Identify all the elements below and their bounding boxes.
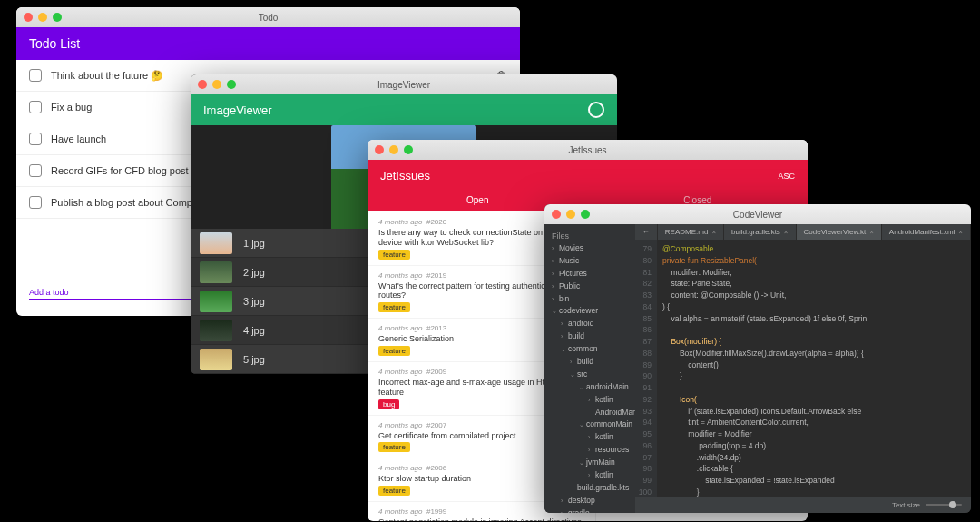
tree-item[interactable]: ›android — [544, 318, 635, 330]
tree-item[interactable]: ›desktop — [544, 495, 635, 507]
close-icon[interactable] — [552, 210, 561, 219]
chevron-icon: ⌄ — [570, 370, 577, 379]
chevron-icon: › — [588, 446, 595, 455]
chevron-icon: ⌄ — [561, 345, 568, 354]
tree-item[interactable]: ⌄src — [544, 369, 635, 381]
maximize-icon[interactable] — [53, 13, 62, 22]
filename: 3.jpg — [243, 296, 265, 307]
tree-item[interactable]: ›build — [544, 330, 635, 343]
checkbox-icon[interactable] — [29, 133, 42, 145]
chevron-icon: ⌄ — [579, 458, 586, 468]
editor-tab[interactable]: CodeViewerView.kt× — [797, 224, 882, 240]
chevron-icon: › — [552, 244, 559, 253]
minimize-icon[interactable] — [212, 80, 221, 89]
text-size-slider[interactable] — [926, 504, 962, 506]
minimize-icon[interactable] — [389, 145, 398, 154]
chevron-icon: › — [552, 270, 559, 279]
close-icon[interactable] — [375, 145, 384, 154]
tree-label: build.gradle.kts — [577, 483, 629, 492]
tree-label: gradle — [568, 508, 590, 513]
window-title: Todo — [16, 13, 520, 23]
tree-item[interactable]: ›Pictures — [544, 268, 635, 281]
tab-label: AndroidManifest.xml — [889, 228, 955, 236]
tree-label: Movies — [559, 243, 583, 252]
thumbnail-icon — [200, 261, 232, 283]
sort-button[interactable]: ASC — [778, 172, 795, 181]
chevron-icon: › — [552, 257, 559, 266]
maximize-icon[interactable] — [404, 145, 413, 154]
tree-item[interactable]: AndroidManifest.xml — [544, 407, 635, 419]
thumbnail-icon — [200, 349, 232, 370]
tree-item[interactable]: ⌄common — [544, 343, 635, 356]
tree-item[interactable]: ›Public — [544, 281, 635, 293]
tree-label: Public — [559, 281, 580, 291]
tree-label: kotlin — [595, 395, 613, 404]
feature-badge: feature — [378, 442, 410, 452]
tab-label: README.md — [665, 228, 709, 236]
close-tab-icon[interactable]: × — [958, 228, 963, 236]
tree-item[interactable]: ›kotlin — [544, 431, 635, 444]
filename: 5.jpg — [243, 354, 265, 365]
checkbox-icon[interactable] — [29, 69, 42, 82]
close-icon[interactable] — [198, 80, 207, 89]
tree-item[interactable]: ›Movies — [544, 242, 635, 255]
chevron-icon: › — [588, 471, 595, 480]
add-todo-placeholder: Add a todo — [29, 288, 69, 297]
filename: 2.jpg — [243, 267, 265, 278]
close-tab-icon[interactable]: × — [869, 228, 874, 236]
chevron-icon: › — [561, 332, 568, 341]
tree-label: bin — [559, 294, 569, 303]
imageviewer-titlebar[interactable]: ImageViewer — [191, 74, 617, 94]
tree-item[interactable]: ›kotlin — [544, 469, 635, 482]
thumbnail-icon — [200, 320, 232, 341]
status-bar: Text size — [635, 497, 971, 513]
tree-item[interactable]: ›resources — [544, 444, 635, 457]
tree-label: desktop — [568, 496, 595, 505]
todo-header: Todo List — [16, 27, 520, 60]
tree-item[interactable]: ›Music — [544, 255, 635, 268]
close-tab-icon[interactable]: × — [784, 228, 789, 236]
tree-item[interactable]: ›gradle — [544, 507, 635, 513]
todo-titlebar[interactable]: Todo — [16, 7, 520, 27]
tree-label: Pictures — [559, 269, 587, 278]
minimize-icon[interactable] — [566, 210, 575, 219]
filename: 1.jpg — [243, 238, 265, 249]
close-tab-icon[interactable]: × — [711, 228, 716, 236]
codeviewer-titlebar[interactable]: CodeViewer — [544, 204, 971, 224]
tree-item[interactable]: ⌄androidMain — [544, 381, 635, 394]
codeviewer-window: CodeViewer Files ›Movies›Music›Pictures›… — [544, 204, 971, 513]
maximize-icon[interactable] — [227, 80, 236, 89]
nav-back-button[interactable]: ← — [635, 224, 658, 240]
chevron-icon: › — [570, 358, 577, 367]
window-title: CodeViewer — [544, 210, 971, 220]
tree-item[interactable]: ›build — [544, 356, 635, 369]
chevron-icon: › — [552, 282, 559, 291]
code-editor[interactable]: 7980818283848586878889909192939495969798… — [635, 240, 971, 497]
tree-label: codeviewer — [559, 306, 598, 315]
checkbox-icon[interactable] — [29, 196, 42, 209]
jetissues-titlebar[interactable]: JetIssues — [368, 140, 808, 160]
bug-badge: bug — [378, 399, 399, 409]
feature-badge: feature — [378, 250, 410, 260]
maximize-icon[interactable] — [581, 210, 590, 219]
window-controls — [24, 13, 62, 22]
chevron-icon: ⌄ — [579, 383, 586, 392]
editor-tab[interactable]: AndroidManifest.xml× — [882, 224, 971, 240]
tree-item[interactable]: ›bin — [544, 293, 635, 306]
tree-item[interactable]: ⌄jvmMain — [544, 457, 635, 469]
chevron-icon: › — [588, 433, 595, 442]
checkbox-icon[interactable] — [29, 101, 42, 113]
editor-tab[interactable]: build.gradle.kts× — [724, 224, 796, 240]
checkbox-icon[interactable] — [29, 164, 42, 177]
files-label: Files — [544, 230, 635, 242]
tree-item[interactable]: build.gradle.kts — [544, 482, 635, 495]
close-icon[interactable] — [24, 13, 33, 22]
editor-tab[interactable]: README.md× — [658, 224, 724, 240]
feature-badge: feature — [378, 302, 410, 312]
refresh-icon[interactable] — [588, 102, 604, 118]
tree-item[interactable]: ⌄commonMain — [544, 419, 635, 431]
tree-item[interactable]: ›kotlin — [544, 394, 635, 407]
window-controls — [375, 145, 413, 154]
tree-item[interactable]: ⌄codeviewer — [544, 305, 635, 318]
minimize-icon[interactable] — [38, 13, 47, 22]
